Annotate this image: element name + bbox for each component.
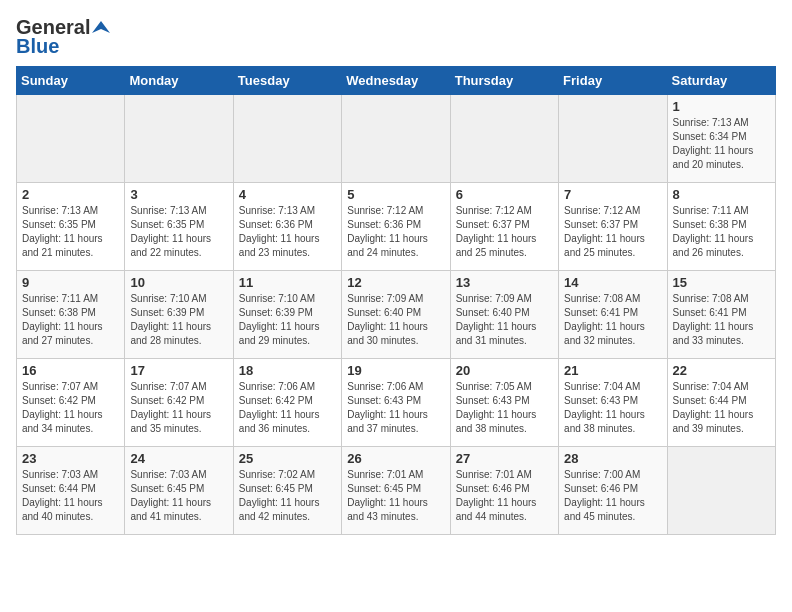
calendar-cell: 10Sunrise: 7:10 AM Sunset: 6:39 PM Dayli… — [125, 271, 233, 359]
weekday-header-tuesday: Tuesday — [233, 67, 341, 95]
calendar-cell: 27Sunrise: 7:01 AM Sunset: 6:46 PM Dayli… — [450, 447, 558, 535]
calendar-cell: 16Sunrise: 7:07 AM Sunset: 6:42 PM Dayli… — [17, 359, 125, 447]
calendar-cell: 12Sunrise: 7:09 AM Sunset: 6:40 PM Dayli… — [342, 271, 450, 359]
day-info: Sunrise: 7:09 AM Sunset: 6:40 PM Dayligh… — [456, 292, 553, 348]
day-number: 15 — [673, 275, 770, 290]
day-info: Sunrise: 7:11 AM Sunset: 6:38 PM Dayligh… — [673, 204, 770, 260]
weekday-header-sunday: Sunday — [17, 67, 125, 95]
weekday-header-saturday: Saturday — [667, 67, 775, 95]
day-info: Sunrise: 7:13 AM Sunset: 6:35 PM Dayligh… — [22, 204, 119, 260]
calendar-cell: 18Sunrise: 7:06 AM Sunset: 6:42 PM Dayli… — [233, 359, 341, 447]
day-info: Sunrise: 7:05 AM Sunset: 6:43 PM Dayligh… — [456, 380, 553, 436]
weekday-header-thursday: Thursday — [450, 67, 558, 95]
day-number: 9 — [22, 275, 119, 290]
calendar-cell: 8Sunrise: 7:11 AM Sunset: 6:38 PM Daylig… — [667, 183, 775, 271]
day-number: 5 — [347, 187, 444, 202]
calendar-cell: 5Sunrise: 7:12 AM Sunset: 6:36 PM Daylig… — [342, 183, 450, 271]
day-number: 1 — [673, 99, 770, 114]
day-number: 11 — [239, 275, 336, 290]
day-info: Sunrise: 7:09 AM Sunset: 6:40 PM Dayligh… — [347, 292, 444, 348]
day-info: Sunrise: 7:12 AM Sunset: 6:37 PM Dayligh… — [564, 204, 661, 260]
calendar-cell: 4Sunrise: 7:13 AM Sunset: 6:36 PM Daylig… — [233, 183, 341, 271]
day-info: Sunrise: 7:03 AM Sunset: 6:45 PM Dayligh… — [130, 468, 227, 524]
calendar-cell: 22Sunrise: 7:04 AM Sunset: 6:44 PM Dayli… — [667, 359, 775, 447]
calendar-cell: 2Sunrise: 7:13 AM Sunset: 6:35 PM Daylig… — [17, 183, 125, 271]
calendar-cell: 23Sunrise: 7:03 AM Sunset: 6:44 PM Dayli… — [17, 447, 125, 535]
day-number: 16 — [22, 363, 119, 378]
calendar-week-row: 23Sunrise: 7:03 AM Sunset: 6:44 PM Dayli… — [17, 447, 776, 535]
calendar-cell: 26Sunrise: 7:01 AM Sunset: 6:45 PM Dayli… — [342, 447, 450, 535]
calendar-table: SundayMondayTuesdayWednesdayThursdayFrid… — [16, 66, 776, 535]
day-number: 2 — [22, 187, 119, 202]
day-info: Sunrise: 7:10 AM Sunset: 6:39 PM Dayligh… — [239, 292, 336, 348]
day-info: Sunrise: 7:00 AM Sunset: 6:46 PM Dayligh… — [564, 468, 661, 524]
day-number: 17 — [130, 363, 227, 378]
day-number: 14 — [564, 275, 661, 290]
calendar-header: SundayMondayTuesdayWednesdayThursdayFrid… — [17, 67, 776, 95]
calendar-cell: 13Sunrise: 7:09 AM Sunset: 6:40 PM Dayli… — [450, 271, 558, 359]
day-number: 24 — [130, 451, 227, 466]
calendar-cell — [125, 95, 233, 183]
day-number: 6 — [456, 187, 553, 202]
logo: General Blue — [16, 16, 110, 58]
calendar-cell — [559, 95, 667, 183]
day-number: 7 — [564, 187, 661, 202]
day-info: Sunrise: 7:01 AM Sunset: 6:46 PM Dayligh… — [456, 468, 553, 524]
calendar-cell: 6Sunrise: 7:12 AM Sunset: 6:37 PM Daylig… — [450, 183, 558, 271]
calendar-cell: 20Sunrise: 7:05 AM Sunset: 6:43 PM Dayli… — [450, 359, 558, 447]
day-number: 21 — [564, 363, 661, 378]
day-number: 28 — [564, 451, 661, 466]
calendar-week-row: 2Sunrise: 7:13 AM Sunset: 6:35 PM Daylig… — [17, 183, 776, 271]
calendar-cell: 14Sunrise: 7:08 AM Sunset: 6:41 PM Dayli… — [559, 271, 667, 359]
day-info: Sunrise: 7:11 AM Sunset: 6:38 PM Dayligh… — [22, 292, 119, 348]
calendar-week-row: 16Sunrise: 7:07 AM Sunset: 6:42 PM Dayli… — [17, 359, 776, 447]
calendar-cell: 25Sunrise: 7:02 AM Sunset: 6:45 PM Dayli… — [233, 447, 341, 535]
day-number: 26 — [347, 451, 444, 466]
weekday-header-row: SundayMondayTuesdayWednesdayThursdayFrid… — [17, 67, 776, 95]
calendar-cell — [233, 95, 341, 183]
calendar-cell: 24Sunrise: 7:03 AM Sunset: 6:45 PM Dayli… — [125, 447, 233, 535]
day-number: 4 — [239, 187, 336, 202]
calendar-week-row: 1Sunrise: 7:13 AM Sunset: 6:34 PM Daylig… — [17, 95, 776, 183]
day-info: Sunrise: 7:06 AM Sunset: 6:43 PM Dayligh… — [347, 380, 444, 436]
day-info: Sunrise: 7:04 AM Sunset: 6:43 PM Dayligh… — [564, 380, 661, 436]
calendar-cell: 7Sunrise: 7:12 AM Sunset: 6:37 PM Daylig… — [559, 183, 667, 271]
day-info: Sunrise: 7:10 AM Sunset: 6:39 PM Dayligh… — [130, 292, 227, 348]
weekday-header-friday: Friday — [559, 67, 667, 95]
day-info: Sunrise: 7:01 AM Sunset: 6:45 PM Dayligh… — [347, 468, 444, 524]
calendar-cell — [342, 95, 450, 183]
day-number: 18 — [239, 363, 336, 378]
calendar-cell — [17, 95, 125, 183]
calendar-cell: 19Sunrise: 7:06 AM Sunset: 6:43 PM Dayli… — [342, 359, 450, 447]
day-number: 13 — [456, 275, 553, 290]
day-info: Sunrise: 7:12 AM Sunset: 6:36 PM Dayligh… — [347, 204, 444, 260]
day-info: Sunrise: 7:13 AM Sunset: 6:35 PM Dayligh… — [130, 204, 227, 260]
day-number: 19 — [347, 363, 444, 378]
day-number: 3 — [130, 187, 227, 202]
day-info: Sunrise: 7:07 AM Sunset: 6:42 PM Dayligh… — [130, 380, 227, 436]
calendar-cell: 1Sunrise: 7:13 AM Sunset: 6:34 PM Daylig… — [667, 95, 775, 183]
svg-marker-0 — [92, 21, 110, 33]
calendar-cell: 17Sunrise: 7:07 AM Sunset: 6:42 PM Dayli… — [125, 359, 233, 447]
weekday-header-monday: Monday — [125, 67, 233, 95]
day-info: Sunrise: 7:04 AM Sunset: 6:44 PM Dayligh… — [673, 380, 770, 436]
calendar-week-row: 9Sunrise: 7:11 AM Sunset: 6:38 PM Daylig… — [17, 271, 776, 359]
calendar-cell: 28Sunrise: 7:00 AM Sunset: 6:46 PM Dayli… — [559, 447, 667, 535]
calendar-cell: 11Sunrise: 7:10 AM Sunset: 6:39 PM Dayli… — [233, 271, 341, 359]
day-info: Sunrise: 7:08 AM Sunset: 6:41 PM Dayligh… — [673, 292, 770, 348]
calendar-cell — [667, 447, 775, 535]
calendar-cell: 21Sunrise: 7:04 AM Sunset: 6:43 PM Dayli… — [559, 359, 667, 447]
calendar-body: 1Sunrise: 7:13 AM Sunset: 6:34 PM Daylig… — [17, 95, 776, 535]
day-number: 27 — [456, 451, 553, 466]
day-info: Sunrise: 7:08 AM Sunset: 6:41 PM Dayligh… — [564, 292, 661, 348]
day-info: Sunrise: 7:07 AM Sunset: 6:42 PM Dayligh… — [22, 380, 119, 436]
day-info: Sunrise: 7:03 AM Sunset: 6:44 PM Dayligh… — [22, 468, 119, 524]
day-info: Sunrise: 7:13 AM Sunset: 6:36 PM Dayligh… — [239, 204, 336, 260]
day-number: 8 — [673, 187, 770, 202]
day-info: Sunrise: 7:02 AM Sunset: 6:45 PM Dayligh… — [239, 468, 336, 524]
day-number: 23 — [22, 451, 119, 466]
day-info: Sunrise: 7:06 AM Sunset: 6:42 PM Dayligh… — [239, 380, 336, 436]
day-number: 12 — [347, 275, 444, 290]
day-number: 10 — [130, 275, 227, 290]
calendar-cell: 15Sunrise: 7:08 AM Sunset: 6:41 PM Dayli… — [667, 271, 775, 359]
